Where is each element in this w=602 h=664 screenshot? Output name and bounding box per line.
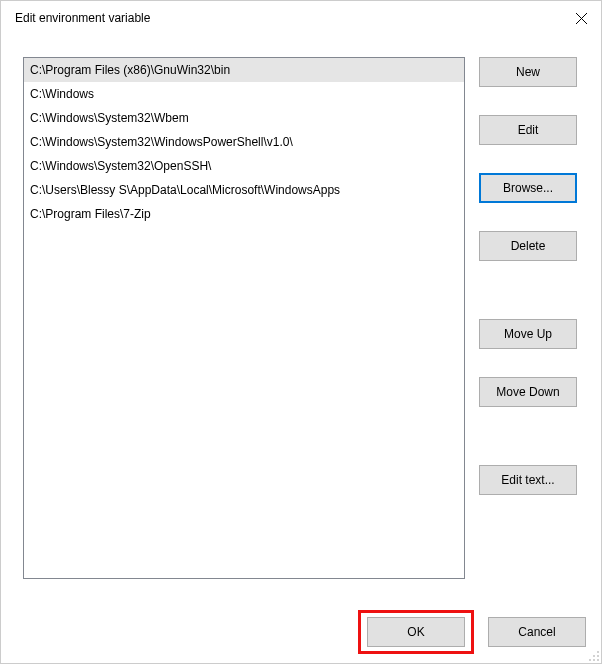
list-item[interactable]: C:\Users\Blessy S\AppData\Local\Microsof… <box>24 178 464 202</box>
ok-button[interactable]: OK <box>367 617 465 647</box>
resize-grip-icon[interactable] <box>586 648 600 662</box>
browse-button[interactable]: Browse... <box>479 173 577 203</box>
path-listbox[interactable]: C:\Program Files (x86)\GnuWin32\bin C:\W… <box>23 57 465 579</box>
dialog-title: Edit environment variable <box>15 11 150 25</box>
list-item[interactable]: C:\Windows\System32\WindowsPowerShell\v1… <box>24 130 464 154</box>
svg-point-3 <box>593 655 595 657</box>
cancel-button[interactable]: Cancel <box>488 617 586 647</box>
edit-text-button[interactable]: Edit text... <box>479 465 577 495</box>
list-item[interactable]: C:\Program Files (x86)\GnuWin32\bin <box>24 58 464 82</box>
svg-point-2 <box>597 651 599 653</box>
titlebar: Edit environment variable <box>1 1 601 35</box>
list-item[interactable]: C:\Program Files\7-Zip <box>24 202 464 226</box>
svg-point-5 <box>589 659 591 661</box>
move-up-button[interactable]: Move Up <box>479 319 577 349</box>
list-item[interactable]: C:\Windows <box>24 82 464 106</box>
list-item[interactable]: C:\Windows\System32\Wbem <box>24 106 464 130</box>
delete-button[interactable]: Delete <box>479 231 577 261</box>
close-icon[interactable] <box>575 12 587 24</box>
svg-point-6 <box>593 659 595 661</box>
dialog-footer: OK Cancel <box>0 610 602 654</box>
side-button-column: New Edit Browse... Delete Move Up Move D… <box>479 57 579 579</box>
svg-point-4 <box>597 655 599 657</box>
svg-point-7 <box>597 659 599 661</box>
ok-highlight: OK <box>358 610 474 654</box>
list-item[interactable]: C:\Windows\System32\OpenSSH\ <box>24 154 464 178</box>
dialog-body: C:\Program Files (x86)\GnuWin32\bin C:\W… <box>1 35 601 593</box>
edit-button[interactable]: Edit <box>479 115 577 145</box>
new-button[interactable]: New <box>479 57 577 87</box>
move-down-button[interactable]: Move Down <box>479 377 577 407</box>
